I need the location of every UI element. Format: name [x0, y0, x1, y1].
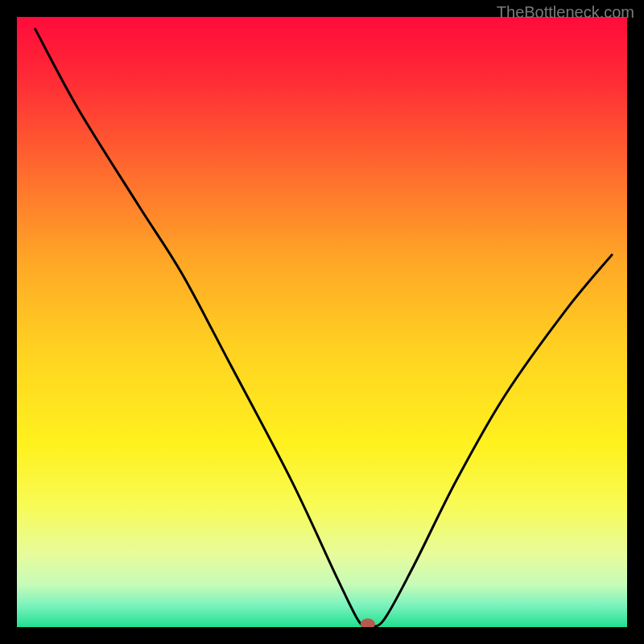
bottleneck-chart	[0, 0, 644, 644]
watermark-text: TheBottleneck.com	[497, 3, 634, 22]
plot-background	[17, 17, 627, 627]
optimal-marker	[361, 618, 375, 630]
